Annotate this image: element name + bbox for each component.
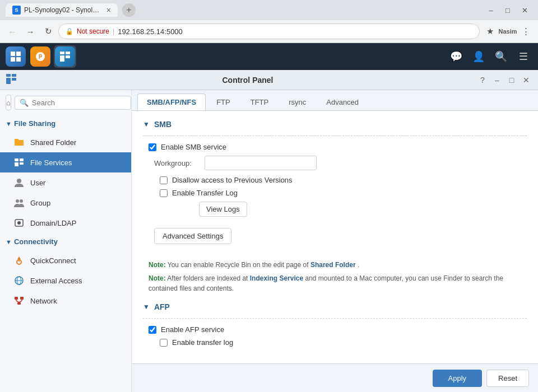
cp-icon bbox=[6, 73, 19, 86]
search-icon[interactable]: 🔍 bbox=[491, 46, 511, 67]
tab-tftp[interactable]: TFTP bbox=[241, 94, 279, 110]
tab-close-button[interactable]: × bbox=[106, 6, 111, 15]
svg-rect-1 bbox=[16, 52, 21, 56]
tab-ftp[interactable]: FTP bbox=[207, 94, 240, 110]
smb-collapse-arrow: ▼ bbox=[143, 120, 150, 128]
tab-smb-afp-nfs[interactable]: SMB/AFP/NFS bbox=[137, 94, 206, 110]
svg-rect-6 bbox=[60, 52, 64, 54]
sidebar-item-shared-folder[interactable]: Shared Folder bbox=[0, 132, 131, 152]
sidebar-section-connectivity[interactable]: ▼ Connectivity bbox=[0, 233, 131, 250]
disallow-previous-versions-row[interactable]: Disallow access to Previous Versions bbox=[143, 176, 527, 184]
control-panel-icon[interactable] bbox=[54, 45, 76, 68]
main-menu-icon[interactable] bbox=[4, 45, 27, 68]
main-content: SMB/AFP/NFS FTP TFTP rsync Advanced bbox=[132, 90, 538, 392]
view-logs-container: View Logs bbox=[143, 202, 527, 222]
sidebar-top: ⌂ 🔍 bbox=[0, 90, 131, 115]
url-separator: | bbox=[113, 27, 114, 35]
note1-text: You can enable Recycle Bin on the edit p… bbox=[168, 261, 310, 269]
shared-folder-label: Shared Folder bbox=[30, 138, 76, 147]
external-access-label: External Access bbox=[30, 277, 82, 285]
new-tab-button[interactable]: + bbox=[122, 3, 136, 17]
svg-point-19 bbox=[16, 199, 19, 203]
app-area: Control Panel ? – □ ✕ ⌂ 🔍 bbox=[0, 70, 538, 392]
browser-chrome: S PL-Synology02 - Synolog... × + – □ ✕ ←… bbox=[0, 0, 538, 43]
chat-icon[interactable]: 💬 bbox=[446, 46, 466, 67]
sidebar-item-user[interactable]: User bbox=[0, 172, 131, 193]
maximize-button[interactable]: □ bbox=[500, 2, 516, 18]
back-button[interactable]: ← bbox=[4, 24, 20, 39]
quickconnect-icon bbox=[13, 255, 25, 266]
refresh-button[interactable]: ↻ bbox=[40, 24, 56, 39]
window-controls: – □ ✕ bbox=[483, 2, 532, 18]
control-panel-icon-graphic bbox=[55, 46, 75, 67]
forward-button[interactable]: → bbox=[22, 24, 38, 39]
cp-maximize-button[interactable]: □ bbox=[505, 74, 518, 86]
sidebar-item-network[interactable]: Network bbox=[0, 291, 131, 311]
not-secure-icon: 🔓 bbox=[66, 28, 73, 35]
afp-section-header[interactable]: ▼ AFP bbox=[143, 302, 527, 311]
smb-section-header[interactable]: ▼ SMB bbox=[143, 120, 527, 129]
search-input[interactable] bbox=[32, 99, 126, 107]
tab-rsync[interactable]: rsync bbox=[279, 94, 316, 110]
svg-rect-10 bbox=[6, 74, 11, 77]
group-label: Group bbox=[30, 199, 50, 207]
more-button[interactable]: ⋮ bbox=[518, 24, 534, 39]
svg-rect-15 bbox=[20, 158, 24, 161]
browser-titlebar: S PL-Synology02 - Synolog... × + – □ ✕ bbox=[0, 0, 538, 20]
reset-button[interactable]: Reset bbox=[486, 370, 529, 387]
home-button[interactable]: ⌂ bbox=[6, 95, 11, 110]
shared-folder-link[interactable]: Shared Folder bbox=[310, 261, 356, 269]
cp-minimize-button[interactable]: – bbox=[491, 74, 503, 86]
enable-transfer-log-checkbox[interactable] bbox=[160, 189, 168, 197]
bookmark-button[interactable]: ★ bbox=[482, 24, 498, 39]
workgroup-input[interactable] bbox=[205, 156, 317, 170]
user-profile-button[interactable]: Nasim bbox=[500, 24, 516, 39]
afp-divider bbox=[143, 318, 527, 319]
sidebar-item-domain[interactable]: Domain/LDAP bbox=[0, 213, 131, 233]
file-sharing-chevron: ▼ bbox=[6, 120, 12, 127]
group-icon bbox=[13, 197, 25, 208]
sidebar-item-external-access[interactable]: External Access bbox=[0, 270, 131, 291]
enable-smb-checkbox[interactable] bbox=[149, 143, 156, 151]
disallow-previous-versions-label: Disallow access to Previous Versions bbox=[172, 176, 293, 184]
disallow-previous-versions-checkbox[interactable] bbox=[160, 176, 168, 184]
main-menu-icon-graphic bbox=[6, 46, 26, 67]
close-button[interactable]: ✕ bbox=[517, 2, 532, 18]
view-logs-button[interactable]: View Logs bbox=[199, 202, 247, 217]
sidebar-item-file-services[interactable]: File Services bbox=[0, 152, 131, 172]
tab-advanced[interactable]: Advanced bbox=[317, 94, 368, 110]
view-mode-icon[interactable]: ☰ bbox=[513, 46, 534, 67]
advanced-settings-container: Advanced Settings bbox=[143, 228, 527, 252]
afp-transfer-log-checkbox[interactable] bbox=[160, 339, 168, 347]
advanced-settings-button[interactable]: Advanced Settings bbox=[154, 228, 231, 244]
enable-afp-row[interactable]: Enable AFP service bbox=[143, 325, 527, 334]
user-icon[interactable]: 👤 bbox=[469, 46, 489, 67]
user-name: Nasim bbox=[498, 28, 517, 35]
sidebar-search-box[interactable]: 🔍 bbox=[15, 96, 131, 110]
cp-close-button[interactable]: ✕ bbox=[520, 74, 532, 86]
browser-tab[interactable]: S PL-Synology02 - Synolog... × bbox=[6, 3, 118, 17]
enable-afp-checkbox[interactable] bbox=[149, 326, 156, 334]
indexing-service-link[interactable]: Indexing Service bbox=[250, 274, 303, 282]
sidebar-section-file-sharing[interactable]: ▼ File Sharing bbox=[0, 115, 131, 132]
nas-taskbar: P 💬 👤 🔍 ☰ bbox=[0, 43, 538, 70]
smb-divider bbox=[143, 136, 527, 136]
afp-collapse-arrow: ▼ bbox=[143, 303, 150, 311]
enable-smb-row[interactable]: Enable SMB service bbox=[143, 143, 527, 151]
enable-afp-label: Enable AFP service bbox=[161, 325, 224, 334]
svg-rect-7 bbox=[66, 52, 70, 54]
sidebar-item-quickconnect[interactable]: QuickConnect bbox=[0, 250, 131, 270]
connectivity-label: Connectivity bbox=[14, 237, 58, 246]
address-bar[interactable]: 🔓 Not secure | 192.168.25.14:5000 bbox=[58, 24, 480, 39]
apply-button[interactable]: Apply bbox=[433, 370, 483, 387]
minimize-button[interactable]: – bbox=[483, 2, 499, 18]
cp-body: ⌂ 🔍 ▼ File Sharing bbox=[0, 90, 538, 392]
browser-toolbar-icons: ★ Nasim ⋮ bbox=[482, 24, 534, 39]
external-access-icon bbox=[13, 275, 25, 286]
package-center-icon[interactable]: P bbox=[29, 45, 52, 68]
cp-help-button[interactable]: ? bbox=[476, 74, 489, 86]
afp-transfer-log-row[interactable]: Enable transfer log bbox=[143, 338, 527, 347]
sidebar-item-group[interactable]: Group bbox=[0, 193, 131, 213]
enable-transfer-log-row[interactable]: Enable Transfer Log bbox=[143, 189, 527, 197]
note2-text: After folders are indexed at bbox=[167, 274, 249, 282]
